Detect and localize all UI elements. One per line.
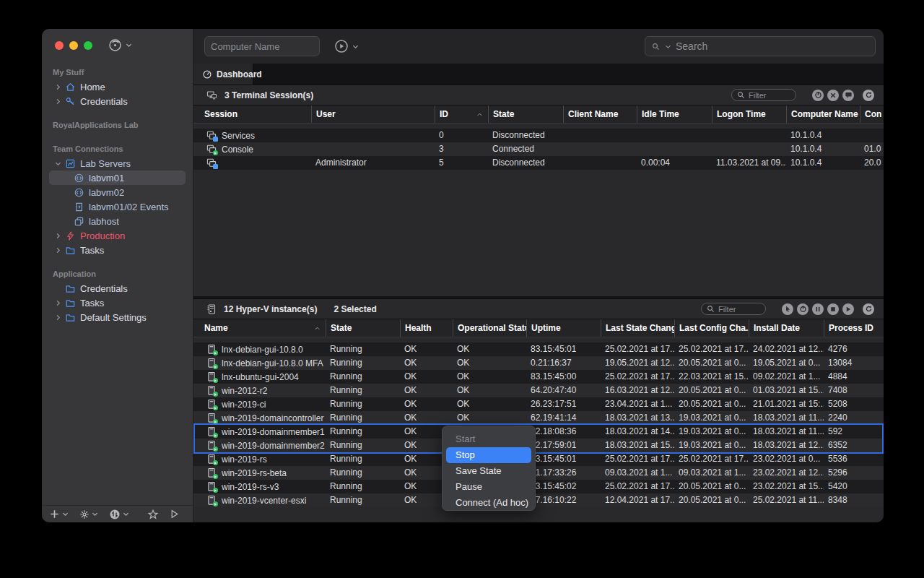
column-header-name[interactable]: Name [200, 319, 326, 337]
star-button[interactable] [147, 509, 159, 520]
table-row[interactable]: win-2019-ciRunningOKOK26.23:17:5123.04.2… [193, 397, 884, 411]
column-header-process-id[interactable]: Process ID [824, 319, 879, 337]
cell-user [311, 142, 435, 156]
terminal-filter-input[interactable] [749, 91, 791, 100]
connect-dropdown-button[interactable] [334, 39, 359, 53]
table-row[interactable]: win-2019-vcenter-esxiRunningOKOK37.16:10… [193, 493, 884, 507]
stop-button[interactable] [827, 303, 839, 315]
column-header-id[interactable]: ID [435, 105, 488, 123]
sidebar-item-credentials[interactable]: Credentials [49, 281, 186, 296]
sidebar-item-lab-servers[interactable]: Lab Servers [49, 156, 186, 171]
cell-id: 5 [435, 156, 488, 170]
menu-item-save-state[interactable]: Save State [446, 463, 531, 479]
sidebar-item-production[interactable]: Production [49, 228, 186, 243]
column-header-user[interactable]: User [311, 105, 435, 123]
terminal-filter-box[interactable] [731, 89, 796, 101]
table-row[interactable]: win-2019-rsRunningOKOK83.15:45:0125.02.2… [193, 452, 884, 466]
sidebar-item-credentials[interactable]: Credentials [49, 94, 186, 108]
cell-uptime: 37.16:10:22 [526, 493, 601, 507]
minimize-window-button[interactable] [69, 41, 78, 50]
table-row[interactable]: win-2019-domaincontrollerRunningOKOK62.1… [193, 411, 884, 425]
chevron-right-icon[interactable] [53, 232, 63, 240]
chevron-right-icon[interactable] [53, 98, 63, 105]
column-header-health[interactable]: Health [400, 319, 453, 337]
logoff-button[interactable] [812, 90, 824, 101]
chevron-right-icon[interactable] [53, 246, 63, 254]
sidebar-item-labvm02[interactable]: labvm02 [49, 185, 186, 199]
search-box[interactable] [645, 36, 876, 56]
hyperv-filter-box[interactable] [701, 303, 766, 315]
table-row[interactable]: lnx-debian-gui-10.8.0RunningOKOK83.15:45… [193, 342, 884, 356]
cell-state: Connected [488, 142, 563, 156]
table-row[interactable]: win-2012-r2RunningOKOK64.20:47:4016.03.2… [193, 384, 884, 397]
column-header-operational-status[interactable]: Operational Status [453, 319, 526, 337]
column-header-last-state-change[interactable]: Last State Change [601, 319, 674, 337]
chevron-right-icon[interactable] [53, 83, 63, 91]
column-header-logon-time[interactable]: Logon Time [712, 105, 786, 123]
column-header-install-date[interactable]: Install Date [749, 319, 824, 337]
menu-item-connect-ad-hoc-[interactable]: Connect (Ad hoc) [446, 495, 531, 511]
connect-action-button[interactable] [108, 38, 133, 52]
column-header-conn[interactable]: Conn [860, 105, 881, 123]
sidebar-item-labvm01[interactable]: labvm01 [49, 171, 186, 185]
table-row[interactable]: win-2019-domainmember1RunningOKOK62.18:0… [193, 425, 884, 439]
hyperv-filter-input[interactable] [718, 305, 761, 314]
menu-item-pause[interactable]: Pause [446, 479, 531, 495]
cell-last-config-cha-: 20.05.2021 at 0... [674, 397, 749, 411]
zoom-window-button[interactable] [84, 41, 92, 50]
table-row[interactable]: Console3Connected10.1.0.401.03.2021 [193, 142, 884, 156]
table-row[interactable]: Administrator5Disconnected0.00:0411.03.2… [193, 156, 884, 170]
column-header-client-name[interactable]: Client Name [563, 105, 637, 123]
plus-button[interactable] [49, 509, 69, 519]
hyperv-table-rows: lnx-debian-gui-10.8.0RunningOKOK83.15:45… [193, 342, 884, 507]
cell-uptime: 0.21:16:37 [526, 356, 601, 370]
column-header-computer-name[interactable]: Computer Name [786, 105, 860, 123]
gear-button[interactable] [79, 509, 99, 519]
table-row[interactable]: win-2019-domainmember2RunningOKOK62.17:5… [193, 439, 884, 452]
column-header-state[interactable]: State [326, 319, 400, 337]
cell-process-id: 5208 [824, 397, 879, 411]
sidebar-item-tasks[interactable]: Tasks [49, 243, 186, 257]
pause-button[interactable] [812, 303, 824, 315]
chevron-right-icon[interactable] [53, 299, 63, 307]
search-input[interactable] [676, 40, 869, 52]
cell-session: Console [200, 142, 311, 156]
sidebar-item-labvm01-02-events[interactable]: labvm01/02 Events [49, 199, 186, 214]
play-outline-button[interactable] [169, 509, 180, 519]
close-window-button[interactable] [55, 41, 64, 50]
table-row[interactable]: win-2019-rs-betaRunningOKOK71.17:33:2609… [193, 466, 884, 480]
column-header-state[interactable]: State [488, 105, 563, 123]
table-row[interactable]: win-2019-rs-v3RunningOKOK83.15:45:0225.0… [193, 480, 884, 493]
column-header-session[interactable]: Session [200, 105, 311, 123]
table-row[interactable]: lnx-debian-gui-10.8.0 MFARunningOKOK0.21… [193, 356, 884, 370]
column-header-last-config-cha-[interactable]: Last Config Cha... [674, 319, 749, 337]
session-icon [206, 158, 217, 168]
table-row[interactable]: lnx-ubuntu-gui-2004RunningOKOK83.15:45:0… [193, 370, 884, 384]
cell-uptime: 26.23:17:51 [526, 397, 601, 411]
column-header-idle-time[interactable]: Idle Time [637, 105, 712, 123]
table-row[interactable]: Services0Disconnected10.1.0.4 [193, 129, 884, 142]
sidebar-item-home[interactable]: Home [49, 79, 186, 94]
computer-name-input[interactable] [205, 41, 320, 52]
sidebar-item-labhost[interactable]: labhost [49, 214, 186, 228]
column-header-uptime[interactable]: Uptime [526, 319, 601, 337]
power-button[interactable] [797, 303, 808, 315]
refresh-button[interactable] [863, 303, 874, 315]
folder-icon [64, 311, 76, 323]
computer-name-combo[interactable] [204, 36, 320, 56]
close-button[interactable] [827, 90, 839, 101]
tab-dashboard[interactable]: Dashboard [193, 64, 253, 85]
chevron-down-icon[interactable] [53, 160, 63, 168]
refresh-button[interactable] [863, 90, 874, 101]
sync-button[interactable] [109, 509, 130, 520]
sidebar-item-default-settings[interactable]: Default Settings [49, 310, 186, 324]
message-button[interactable] [842, 90, 854, 101]
connect-pointer-button[interactable] [782, 303, 793, 315]
hyperv-host-icon [206, 303, 217, 315]
play-button[interactable] [842, 303, 854, 315]
sidebar-item-label: Home [80, 82, 105, 92]
menu-item-stop[interactable]: Stop [446, 447, 531, 463]
chevron-right-icon[interactable] [53, 314, 63, 322]
sidebar-item-tasks[interactable]: Tasks [49, 296, 186, 310]
cell-uptime: 64.20:47:40 [526, 384, 601, 397]
